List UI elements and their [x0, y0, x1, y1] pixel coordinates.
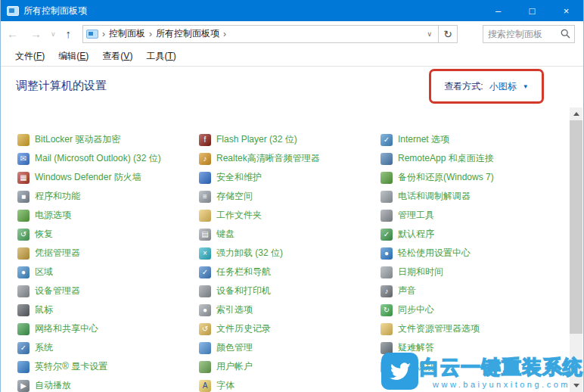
search-input[interactable]: [483, 29, 561, 39]
view-by-label: 查看方式:: [444, 80, 483, 93]
refresh-icon: ↻: [443, 28, 452, 40]
admin-tools-icon: [381, 210, 393, 222]
chevron-right-icon[interactable]: ›: [223, 29, 226, 39]
minimize-button[interactable]: –: [481, 0, 515, 21]
scroll-down-button[interactable]: [570, 379, 582, 392]
control-panel-item[interactable]: 备份和还原(Windows 7): [381, 168, 570, 187]
breadcrumb-all-items[interactable]: 所有控制面板项: [156, 27, 219, 40]
window-controls: – □ ×: [481, 0, 583, 21]
control-panel-item[interactable]: 凭据管理器: [17, 244, 195, 263]
search-icon[interactable]: [561, 29, 570, 39]
caret-down-icon[interactable]: ▼: [523, 83, 529, 90]
autoplay-icon: ▶: [17, 380, 30, 392]
address-bar[interactable]: › 控制面板 › 所有控制面板项 › ∨ ↻: [82, 25, 458, 43]
control-panel-item[interactable]: A字体: [199, 376, 377, 392]
control-panel-item[interactable]: ♪声音: [381, 282, 570, 300]
control-panel-item[interactable]: 语音识别: [381, 357, 570, 376]
close-button[interactable]: ×: [549, 0, 583, 21]
scrollbar-thumb[interactable]: [570, 120, 582, 334]
control-panel-item[interactable]: ▤键盘: [199, 225, 377, 244]
control-panel-item[interactable]: ≡存储空间: [199, 187, 377, 206]
file-explorer-options-icon: [381, 323, 393, 335]
refresh-button[interactable]: ↻: [438, 26, 457, 42]
control-panel-item[interactable]: ●索引选项: [199, 300, 377, 319]
power-options-icon: [17, 210, 30, 222]
control-panel-item[interactable]: 用户帐户: [199, 357, 377, 376]
date-time-icon: [381, 266, 393, 278]
up-icon[interactable]: ↑: [59, 27, 79, 40]
control-panel-item[interactable]: ●轻松使用设置中心: [381, 244, 570, 263]
vertical-scrollbar[interactable]: [570, 107, 582, 392]
control-panel-item[interactable]: 管理工具: [381, 206, 570, 225]
control-panel-item[interactable]: ↺恢复: [17, 225, 195, 244]
item-label: RemoteApp 和桌面连接: [398, 152, 494, 165]
control-panel-item[interactable]: ●区域: [17, 263, 195, 282]
control-panel-item[interactable]: ×强力卸载 (32 位): [199, 244, 377, 263]
menu-item[interactable]: 工具(T): [139, 50, 182, 63]
item-label: 颜色管理: [216, 341, 253, 354]
control-panel-item[interactable]: 网络和共享中心: [17, 319, 195, 338]
keyboard-icon: ▤: [199, 229, 211, 241]
control-panel-item[interactable]: ✉Mail (Microsoft Outlook) (32 位): [17, 149, 195, 168]
control-panel-icon: [7, 6, 19, 16]
item-label: 凭据管理器: [35, 247, 80, 260]
menu-bar: 文件(F)编辑(E)查看(V)工具(T): [1, 46, 583, 67]
menu-item[interactable]: 文件(F): [8, 50, 51, 63]
control-panel-item[interactable]: 安全和维护: [199, 168, 377, 187]
color-management-icon: [199, 342, 211, 354]
breadcrumb-control-panel[interactable]: 控制面板: [109, 27, 145, 40]
control-panel-item[interactable]: ■程序和功能: [17, 187, 195, 206]
control-panel-item[interactable]: ✓Internet 选项: [381, 130, 570, 149]
control-panel-item[interactable]: ✓默认程序: [381, 225, 570, 244]
back-icon[interactable]: ←: [1, 27, 24, 40]
control-panel-item[interactable]: 鼠标: [17, 300, 195, 319]
item-label: Windows Defender 防火墙: [35, 171, 141, 184]
system-icon: ✓: [17, 342, 30, 354]
control-panel-item[interactable]: 电源选项: [17, 206, 195, 225]
uninstaller-icon: ×: [199, 247, 211, 260]
control-panel-item[interactable]: 设备管理器: [17, 282, 195, 300]
item-label: 备份和还原(Windows 7): [398, 171, 494, 184]
control-panel-item[interactable]: 设备和打印机: [199, 282, 377, 300]
item-label: 默认程序: [398, 228, 434, 241]
item-label: 自动播放: [35, 379, 71, 392]
chevron-right-icon[interactable]: ›: [149, 29, 152, 39]
scroll-up-button[interactable]: [570, 107, 582, 120]
control-panel-item[interactable]: ↻同步中心: [381, 300, 570, 319]
menu-item[interactable]: 编辑(E): [51, 50, 95, 63]
control-panel-item[interactable]: ↺文件历史记录: [199, 319, 377, 338]
control-panel-item[interactable]: 颜色管理: [199, 338, 377, 357]
item-label: 文件历史记录: [216, 322, 271, 335]
forward-icon[interactable]: →: [24, 27, 48, 40]
history-dropdown-icon[interactable]: ∨: [48, 30, 59, 38]
item-label: 程序和功能: [35, 190, 80, 203]
menu-item[interactable]: 查看(V): [95, 50, 139, 63]
control-panel-item[interactable]: 日期和时间: [381, 263, 570, 282]
control-panel-item[interactable]: 文件资源管理器选项: [381, 319, 570, 338]
item-label: 管理工具: [398, 209, 434, 222]
control-panel-item[interactable]: 电话和调制解调器: [381, 187, 570, 206]
items-column-2: fFlash Player (32 位)♪Realtek高清晰音频管理器安全和维…: [199, 130, 377, 392]
control-panel-item[interactable]: ▦Windows Defender 防火墙: [17, 168, 195, 187]
control-panel-window: 所有控制面板项 – □ × ← → ∨ ↑ › 控制面板 › 所有控制面板项 ›…: [0, 0, 584, 392]
control-panel-item[interactable]: RemoteApp 和桌面连接: [381, 149, 570, 168]
control-panel-item[interactable]: ✓系统: [17, 338, 195, 357]
network-sharing-icon: [17, 323, 30, 335]
control-panel-item[interactable]: ♪Realtek高清晰音频管理器: [199, 149, 377, 168]
control-panel-item[interactable]: ▶自动播放: [17, 376, 195, 392]
control-panel-item[interactable]: 工作文件夹: [199, 206, 377, 225]
view-by-dropdown[interactable]: 小图标: [489, 80, 517, 93]
content-area: 调整计算机的设置 查看方式: 小图标 ▼ BitLocker 驱动器加密✉Mai…: [1, 67, 583, 392]
control-panel-item[interactable]: fFlash Player (32 位): [199, 130, 377, 149]
maximize-button[interactable]: □: [515, 0, 549, 21]
breadcrumb: › 控制面板 › 所有控制面板项 › ∨: [83, 26, 438, 42]
control-panel-item[interactable]: BitLocker 驱动器加密: [17, 130, 195, 149]
control-panel-icon: [86, 30, 98, 39]
credential-manager-icon: [17, 247, 30, 260]
item-label: Flash Player (32 位): [216, 133, 297, 146]
control-panel-item[interactable]: 英特尔® 显卡设置: [17, 357, 195, 376]
address-dropdown-icon[interactable]: ∨: [427, 30, 436, 38]
control-panel-item[interactable]: 疑难解答: [381, 338, 570, 357]
control-panel-item[interactable]: ✓任务栏和导航: [199, 263, 377, 282]
search-box[interactable]: [483, 25, 575, 43]
